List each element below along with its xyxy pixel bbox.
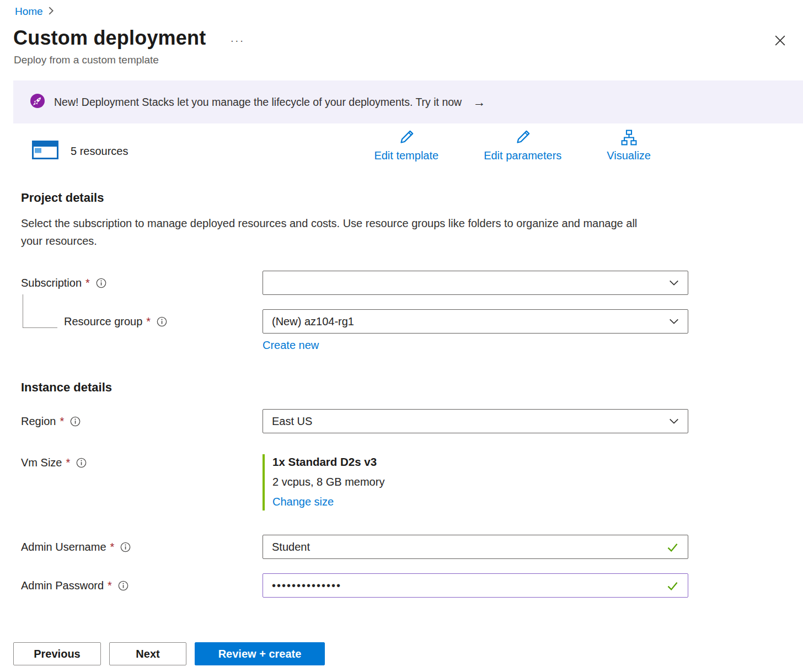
admin-password-fieldbox: [263, 573, 688, 598]
resource-group-value: (New) az104-rg1: [272, 315, 354, 328]
previous-button[interactable]: Previous: [13, 642, 101, 665]
vm-size-label: Vm Size *: [21, 456, 263, 469]
info-icon[interactable]: [76, 458, 87, 468]
admin-password-label-text: Admin Password: [21, 579, 104, 592]
info-icon[interactable]: [120, 542, 131, 552]
required-asterisk: *: [85, 277, 90, 289]
vm-size-label-text: Vm Size: [21, 456, 62, 469]
project-details-heading: Project details: [21, 191, 790, 205]
vm-size-row: Vm Size * 1x Standard D2s v3 2 vcpus, 8 …: [21, 454, 688, 510]
admin-username-row: Admin Username *: [21, 535, 688, 559]
region-dropdown[interactable]: East US: [263, 409, 688, 433]
close-icon[interactable]: [772, 32, 789, 51]
custom-deployment-page: Home Custom deployment ··· Deploy from a…: [0, 0, 803, 672]
info-icon[interactable]: [70, 416, 81, 427]
rocket-icon: [30, 93, 45, 111]
required-asterisk: *: [110, 541, 115, 553]
arrow-right-icon: →: [473, 95, 485, 110]
banner-text: New! Deployment Stacks let you manage th…: [54, 96, 462, 109]
admin-password-row: Admin Password *: [21, 573, 688, 598]
template-icon: [32, 141, 58, 162]
org-chart-icon: [620, 129, 638, 149]
edit-parameters-label: Edit parameters: [484, 149, 561, 162]
create-new-row: Create new: [263, 339, 688, 352]
region-value: East US: [272, 415, 312, 428]
admin-username-label: Admin Username *: [21, 541, 263, 553]
chevron-down-icon: [669, 278, 679, 288]
resource-group-dropdown[interactable]: (New) az104-rg1: [263, 309, 688, 334]
admin-username-input[interactable]: [272, 535, 661, 558]
required-asterisk: *: [60, 415, 64, 428]
resource-group-label-text: Resource group: [64, 315, 142, 328]
subscription-label: Subscription *: [21, 277, 263, 289]
info-icon[interactable]: [96, 278, 106, 288]
resource-count: 5 resources: [71, 145, 129, 158]
page-title: Custom deployment: [13, 26, 206, 50]
next-button[interactable]: Next: [109, 642, 186, 665]
edit-parameters-button[interactable]: Edit parameters: [484, 129, 561, 162]
breadcrumb-home-link[interactable]: Home: [15, 6, 43, 18]
info-icon[interactable]: [157, 316, 167, 327]
subscription-row: Subscription *: [21, 271, 688, 295]
breadcrumb-chevron-icon: [48, 6, 54, 18]
edit-template-label: Edit template: [374, 149, 438, 162]
create-new-link[interactable]: Create new: [263, 339, 319, 351]
valid-check-icon: [666, 541, 679, 553]
required-asterisk: *: [66, 456, 70, 469]
chevron-down-icon: [669, 316, 679, 326]
admin-username-label-text: Admin Username: [21, 541, 106, 553]
deployment-stacks-banner[interactable]: New! Deployment Stacks let you manage th…: [13, 80, 803, 123]
admin-password-input[interactable]: [272, 574, 661, 597]
wizard-footer: Previous Next Review + create: [13, 642, 325, 665]
visualize-button[interactable]: Visualize: [607, 129, 651, 162]
review-create-button[interactable]: Review + create: [195, 642, 325, 665]
template-bar: 5 resources Edit template Edit parameter…: [13, 129, 790, 162]
admin-password-label: Admin Password *: [21, 579, 263, 592]
vm-size-summary: 1x Standard D2s v3 2 vcpus, 8 GB memory …: [263, 454, 688, 510]
chevron-down-icon: [669, 416, 679, 426]
admin-username-fieldbox: [263, 535, 688, 559]
vm-size-name: 1x Standard D2s v3: [272, 455, 688, 469]
subscription-dropdown[interactable]: [263, 271, 688, 295]
project-details-description: Select the subscription to manage deploy…: [21, 215, 652, 250]
region-label-text: Region: [21, 415, 56, 428]
resource-group-label: Resource group *: [21, 315, 263, 328]
pencil-icon: [514, 129, 531, 149]
instance-details-heading: Instance details: [21, 380, 790, 395]
breadcrumb: Home: [0, 0, 803, 18]
vm-size-specs: 2 vcpus, 8 GB memory: [272, 476, 688, 488]
required-asterisk: *: [146, 315, 151, 328]
visualize-label: Visualize: [607, 149, 651, 162]
page-header: Custom deployment ···: [0, 18, 803, 51]
template-info: 5 resources: [13, 141, 129, 162]
region-row: Region * East US: [21, 409, 688, 433]
edit-template-button[interactable]: Edit template: [374, 129, 438, 162]
instance-details-form: Region * East US Vm Size *: [21, 409, 688, 598]
template-actions: Edit template Edit parameters Visua: [374, 129, 651, 162]
valid-check-icon: [666, 579, 679, 592]
pencil-icon: [398, 129, 415, 149]
info-icon[interactable]: [118, 580, 129, 591]
change-size-link[interactable]: Change size: [272, 496, 334, 508]
required-asterisk: *: [108, 579, 112, 592]
resource-group-row: Resource group * (New) az104-rg1: [21, 309, 688, 334]
project-details-form: Subscription * Resource group *: [21, 271, 688, 352]
more-options-button[interactable]: ···: [230, 34, 244, 47]
page-subtitle: Deploy from a custom template: [0, 51, 803, 66]
subscription-label-text: Subscription: [21, 277, 82, 289]
region-label: Region *: [21, 415, 263, 428]
